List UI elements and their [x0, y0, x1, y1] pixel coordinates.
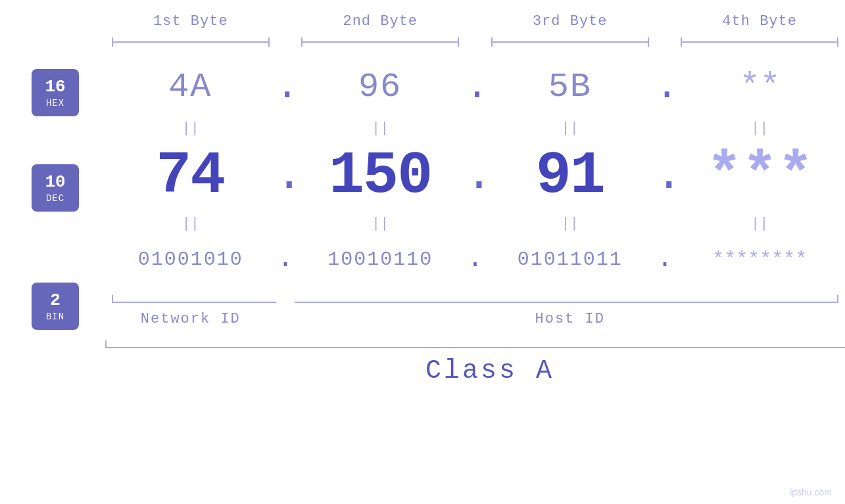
- bracket-byte-4: [674, 36, 845, 49]
- dot-dec-2: .: [466, 138, 485, 214]
- dec-val-4: ***: [707, 143, 813, 210]
- eq-dec-2: ||: [295, 216, 466, 232]
- eq-row-2: || || || ||: [105, 214, 845, 233]
- eq-hex-4: ||: [674, 120, 845, 137]
- dot-hex-1: .: [276, 56, 295, 118]
- hex-byte-3: 5B: [485, 68, 656, 106]
- dec-byte-4: ***: [675, 143, 845, 210]
- class-label: Class A: [105, 356, 845, 386]
- byte-4-header: 4th Byte: [674, 13, 845, 30]
- dec-byte-3: 91: [485, 143, 656, 210]
- hex-badge: 16 HEX: [32, 69, 79, 116]
- byte-header-row: 1st Byte 2nd Byte 3rd Byte 4th Byte: [105, 13, 845, 30]
- bin-val-2: 10010110: [327, 248, 433, 271]
- dot-bin-1: .: [276, 233, 295, 286]
- hex-val-3: 5B: [548, 68, 592, 106]
- bin-val-4: ********: [712, 248, 807, 271]
- bin-byte-1: 01001010: [105, 248, 276, 271]
- bottom-bracket-row: [105, 292, 845, 306]
- eq-hex-1: ||: [105, 120, 276, 137]
- net-bracket: [105, 292, 276, 306]
- eq-hex-3: ||: [485, 120, 656, 137]
- hex-byte-4: **: [675, 68, 845, 106]
- eq-dec-3: ||: [485, 216, 656, 232]
- dec-val-1: 74: [156, 143, 224, 210]
- dot-hex-2: .: [466, 56, 485, 118]
- bin-byte-3: 01011011: [485, 248, 656, 271]
- dec-byte-2: 150: [295, 143, 466, 210]
- host-id-label: Host ID: [295, 311, 845, 327]
- eq-row-1: || || || ||: [105, 118, 845, 138]
- dec-row: 74 . 150 . 91 . ***: [105, 138, 845, 214]
- dec-byte-1: 74: [105, 143, 276, 210]
- bin-badge: 2 BIN: [32, 283, 79, 330]
- hex-badge-label: HEX: [46, 98, 64, 108]
- bin-val-3: 01011011: [518, 248, 623, 271]
- top-bracket-row: [105, 36, 845, 49]
- bin-badge-num: 2: [50, 290, 60, 311]
- bracket-byte-3: [485, 36, 656, 49]
- dot-dec-3: .: [655, 138, 675, 214]
- bin-val-1: 01001010: [138, 248, 243, 271]
- dec-badge: 10 DEC: [32, 164, 79, 212]
- dot-bin-3: .: [656, 233, 675, 286]
- byte-3-header: 3rd Byte: [485, 13, 656, 30]
- label-row: Network ID Host ID: [105, 311, 845, 327]
- hex-byte-1: 4A: [105, 68, 276, 106]
- dec-badge-label: DEC: [46, 193, 64, 204]
- hex-row: 4A . 96 . 5B . **: [105, 56, 845, 118]
- hex-badge-num: 16: [45, 77, 65, 97]
- eq-hex-2: ||: [295, 120, 466, 137]
- eq-dec-4: ||: [674, 216, 845, 232]
- main-container: 1st Byte 2nd Byte 3rd Byte 4th Byte 16 H…: [0, 0, 845, 504]
- bin-byte-2: 10010110: [295, 248, 466, 271]
- hex-val-4: **: [739, 68, 780, 106]
- class-bracket: [105, 339, 845, 350]
- dot-hex-3: .: [655, 56, 675, 118]
- byte-1-header: 1st Byte: [105, 13, 276, 30]
- bin-badge-label: BIN: [46, 311, 64, 322]
- dot-dec-1: .: [276, 138, 295, 214]
- watermark: ipshu.com: [790, 487, 832, 497]
- hex-byte-2: 96: [295, 68, 466, 106]
- dec-badge-num: 10: [45, 172, 65, 193]
- bottom-section: Network ID Host ID: [105, 292, 845, 327]
- class-section: Class A: [105, 339, 845, 386]
- bracket-byte-1: [105, 36, 276, 49]
- bin-row: 01001010 . 10010110 . 01011011 . *******…: [105, 233, 845, 286]
- network-id-label: Network ID: [105, 311, 276, 327]
- hex-val-1: 4A: [168, 68, 212, 106]
- content-area: 16 HEX 4A . 96 . 5B . ** || ||: [0, 56, 845, 504]
- dec-val-2: 150: [329, 143, 431, 210]
- bin-byte-4: ********: [674, 248, 845, 271]
- dec-val-3: 91: [536, 143, 604, 210]
- eq-dec-1: ||: [105, 216, 276, 232]
- host-bracket: [295, 292, 845, 306]
- bracket-byte-2: [295, 36, 466, 49]
- hex-val-2: 96: [358, 68, 402, 106]
- dot-bin-2: .: [466, 233, 485, 286]
- byte-2-header: 2nd Byte: [295, 13, 466, 30]
